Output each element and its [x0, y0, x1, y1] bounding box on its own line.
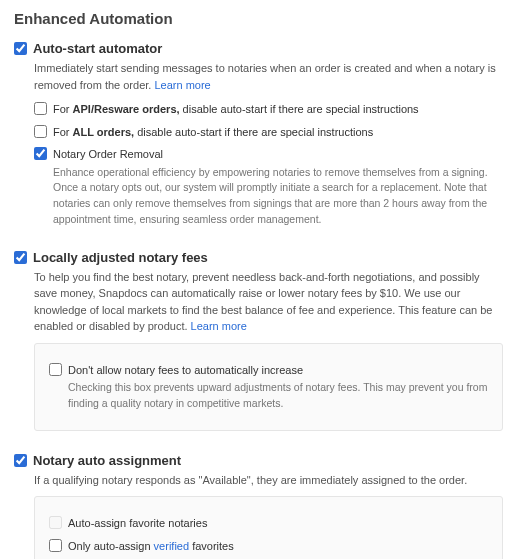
auto-start-desc-text: Immediately start sending messages to no…	[34, 62, 496, 91]
opt-api-strong: API/Resware orders,	[73, 103, 180, 115]
fees-checkbox[interactable]	[14, 251, 27, 264]
section-auto-start: Auto-start automator Immediately start s…	[14, 41, 503, 228]
opt-api-checkbox[interactable]	[34, 102, 47, 115]
opt-removal-title: Notary Order Removal	[53, 146, 503, 163]
fav-verified-link[interactable]: verified	[154, 540, 189, 552]
auto-start-checkbox[interactable]	[14, 42, 27, 55]
auto-assign-checkbox[interactable]	[14, 454, 27, 467]
no-increase-title: Don't allow notary fees to automatically…	[68, 362, 488, 379]
auto-assign-box: Auto-assign favorite notaries Only auto-…	[34, 496, 503, 559]
auto-start-title: Auto-start automator	[33, 41, 162, 56]
fav-verified-label: Only auto-assign verified favorites	[68, 540, 234, 552]
opt-all-checkbox[interactable]	[34, 125, 47, 138]
opt-api-prefix: For	[53, 103, 73, 115]
no-increase-checkbox[interactable]	[49, 363, 62, 376]
auto-assign-desc: If a qualifying notary responds as "Avai…	[34, 472, 503, 489]
fees-title: Locally adjusted notary fees	[33, 250, 208, 265]
fav-label: Auto-assign favorite notaries	[68, 517, 207, 529]
opt-all-label: For ALL orders, disable auto-start if th…	[53, 126, 373, 138]
opt-all-prefix: For	[53, 126, 73, 138]
opt-removal-checkbox[interactable]	[34, 147, 47, 160]
section-fees: Locally adjusted notary fees To help you…	[14, 250, 503, 431]
auto-start-learn-more-link[interactable]: Learn more	[154, 79, 210, 91]
fav-verified-checkbox[interactable]	[49, 539, 62, 552]
auto-start-desc: Immediately start sending messages to no…	[34, 60, 503, 93]
fav-verified-rest: favorites	[189, 540, 234, 552]
opt-all-rest: disable auto-start if there are special …	[134, 126, 373, 138]
page-title: Enhanced Automation	[14, 10, 503, 27]
opt-api-rest: disable auto-start if there are special …	[180, 103, 419, 115]
fav-verified-prefix: Only auto-assign	[68, 540, 154, 552]
section-auto-assign: Notary auto assignment If a qualifying n…	[14, 453, 503, 560]
fees-box: Don't allow notary fees to automatically…	[34, 343, 503, 431]
fees-desc: To help you find the best notary, preven…	[34, 269, 503, 335]
auto-assign-title: Notary auto assignment	[33, 453, 181, 468]
fav-checkbox[interactable]	[49, 516, 62, 529]
opt-all-strong: ALL orders,	[73, 126, 135, 138]
opt-removal-desc: Enhance operational efficiency by empowe…	[53, 165, 503, 228]
opt-api-label: For API/Resware orders, disable auto-sta…	[53, 103, 419, 115]
fees-desc-text: To help you find the best notary, preven…	[34, 271, 492, 333]
fees-learn-more-link[interactable]: Learn more	[191, 320, 247, 332]
no-increase-desc: Checking this box prevents upward adjust…	[68, 380, 488, 412]
